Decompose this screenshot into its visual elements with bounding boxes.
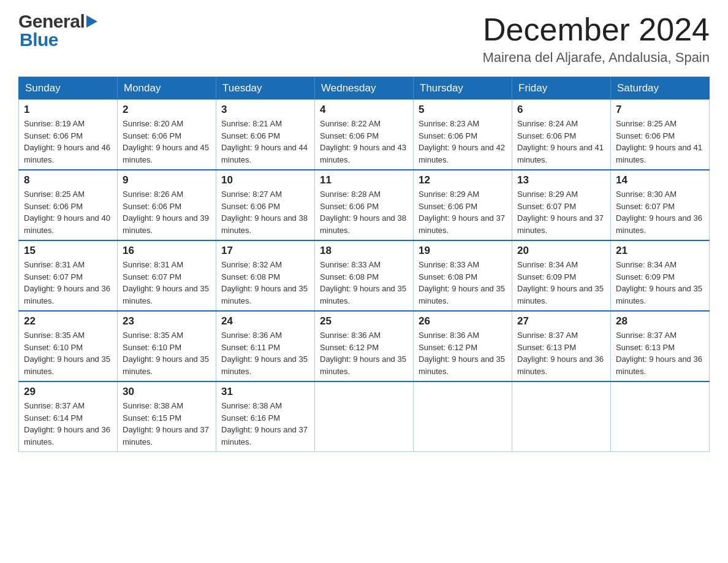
day-number: 11: [320, 174, 408, 186]
day-info: Sunrise: 8:29 AMSunset: 6:07 PMDaylight:…: [517, 190, 604, 235]
day-info: Sunrise: 8:25 AMSunset: 6:06 PMDaylight:…: [24, 190, 110, 235]
logo: General Blue: [18, 12, 97, 49]
calendar-cell: 16 Sunrise: 8:31 AMSunset: 6:07 PMDaylig…: [118, 240, 216, 311]
day-number: 4: [320, 104, 408, 116]
day-info: Sunrise: 8:31 AMSunset: 6:07 PMDaylight:…: [24, 260, 110, 305]
day-info: Sunrise: 8:37 AMSunset: 6:13 PMDaylight:…: [616, 331, 702, 376]
calendar-cell: 26 Sunrise: 8:36 AMSunset: 6:12 PMDaylig…: [414, 311, 512, 381]
day-info: Sunrise: 8:35 AMSunset: 6:10 PMDaylight:…: [123, 331, 209, 376]
day-info: Sunrise: 8:32 AMSunset: 6:08 PMDaylight:…: [221, 260, 308, 305]
calendar-cell: 24 Sunrise: 8:36 AMSunset: 6:11 PMDaylig…: [216, 311, 315, 381]
day-number: 14: [616, 174, 704, 186]
calendar-week-row: 15 Sunrise: 8:31 AMSunset: 6:07 PMDaylig…: [19, 240, 710, 311]
day-info: Sunrise: 8:37 AMSunset: 6:13 PMDaylight:…: [517, 331, 604, 376]
calendar-cell: 19 Sunrise: 8:33 AMSunset: 6:08 PMDaylig…: [414, 240, 512, 311]
day-info: Sunrise: 8:37 AMSunset: 6:14 PMDaylight:…: [24, 401, 110, 446]
calendar-cell: 27 Sunrise: 8:37 AMSunset: 6:13 PMDaylig…: [512, 311, 611, 381]
day-number: 21: [616, 245, 704, 257]
calendar-cell: 28 Sunrise: 8:37 AMSunset: 6:13 PMDaylig…: [611, 311, 710, 381]
calendar-cell: 22 Sunrise: 8:35 AMSunset: 6:10 PMDaylig…: [19, 311, 118, 381]
day-number: 20: [517, 245, 605, 257]
location-subtitle: Mairena del Aljarafe, Andalusia, Spain: [482, 50, 710, 66]
calendar-cell: 2 Sunrise: 8:20 AMSunset: 6:06 PMDayligh…: [118, 100, 216, 170]
calendar-cell: 10 Sunrise: 8:27 AMSunset: 6:06 PMDaylig…: [216, 170, 315, 240]
calendar-cell: [611, 381, 710, 452]
day-info: Sunrise: 8:36 AMSunset: 6:11 PMDaylight:…: [221, 331, 308, 376]
day-number: 27: [517, 315, 605, 327]
day-info: Sunrise: 8:24 AMSunset: 6:06 PMDaylight:…: [517, 119, 604, 164]
page-header: General Blue December 2024 Mairena del A…: [18, 12, 710, 66]
day-info: Sunrise: 8:33 AMSunset: 6:08 PMDaylight:…: [419, 260, 505, 305]
day-info: Sunrise: 8:35 AMSunset: 6:10 PMDaylight:…: [24, 331, 110, 376]
day-number: 18: [320, 245, 408, 257]
logo-blue: Blue: [20, 31, 58, 49]
calendar-cell: 31 Sunrise: 8:38 AMSunset: 6:16 PMDaylig…: [216, 381, 315, 452]
calendar-cell: 12 Sunrise: 8:29 AMSunset: 6:06 PMDaylig…: [414, 170, 512, 240]
day-number: 26: [419, 315, 507, 327]
day-info: Sunrise: 8:31 AMSunset: 6:07 PMDaylight:…: [123, 260, 209, 305]
calendar-cell: 25 Sunrise: 8:36 AMSunset: 6:12 PMDaylig…: [315, 311, 414, 381]
day-number: 23: [123, 315, 211, 327]
day-number: 22: [24, 315, 112, 327]
day-number: 6: [517, 104, 605, 116]
day-info: Sunrise: 8:21 AMSunset: 6:06 PMDaylight:…: [221, 119, 308, 164]
day-number: 8: [24, 174, 112, 186]
calendar-cell: 11 Sunrise: 8:28 AMSunset: 6:06 PMDaylig…: [315, 170, 414, 240]
day-number: 7: [616, 104, 704, 116]
calendar-cell: 20 Sunrise: 8:34 AMSunset: 6:09 PMDaylig…: [512, 240, 611, 311]
day-number: 10: [221, 174, 309, 186]
calendar-cell: 1 Sunrise: 8:19 AMSunset: 6:06 PMDayligh…: [19, 100, 118, 170]
day-info: Sunrise: 8:29 AMSunset: 6:06 PMDaylight:…: [419, 190, 505, 235]
calendar-cell: 23 Sunrise: 8:35 AMSunset: 6:10 PMDaylig…: [118, 311, 216, 381]
day-number: 15: [24, 245, 112, 257]
day-info: Sunrise: 8:38 AMSunset: 6:15 PMDaylight:…: [123, 401, 209, 446]
day-info: Sunrise: 8:20 AMSunset: 6:06 PMDaylight:…: [123, 119, 209, 164]
calendar-cell: 7 Sunrise: 8:25 AMSunset: 6:06 PMDayligh…: [611, 100, 710, 170]
day-info: Sunrise: 8:34 AMSunset: 6:09 PMDaylight:…: [517, 260, 604, 305]
weekday-header-tuesday: Tuesday: [216, 77, 315, 100]
logo-general: General: [18, 12, 97, 31]
day-info: Sunrise: 8:30 AMSunset: 6:07 PMDaylight:…: [616, 190, 702, 235]
weekday-header-thursday: Thursday: [414, 77, 512, 100]
calendar-cell: [315, 381, 414, 452]
day-number: 2: [123, 104, 211, 116]
month-title: December 2024: [482, 12, 710, 47]
weekday-header-friday: Friday: [512, 77, 611, 100]
day-info: Sunrise: 8:34 AMSunset: 6:09 PMDaylight:…: [616, 260, 702, 305]
calendar-table: SundayMondayTuesdayWednesdayThursdayFrid…: [18, 77, 710, 452]
calendar-cell: 30 Sunrise: 8:38 AMSunset: 6:15 PMDaylig…: [118, 381, 216, 452]
day-info: Sunrise: 8:33 AMSunset: 6:08 PMDaylight:…: [320, 260, 406, 305]
day-number: 1: [24, 104, 112, 116]
day-number: 28: [616, 315, 704, 327]
day-info: Sunrise: 8:36 AMSunset: 6:12 PMDaylight:…: [419, 331, 505, 376]
day-number: 29: [24, 386, 112, 398]
day-number: 16: [123, 245, 211, 257]
day-number: 30: [123, 386, 211, 398]
day-number: 12: [419, 174, 507, 186]
calendar-cell: 21 Sunrise: 8:34 AMSunset: 6:09 PMDaylig…: [611, 240, 710, 311]
calendar-cell: 6 Sunrise: 8:24 AMSunset: 6:06 PMDayligh…: [512, 100, 611, 170]
calendar-week-row: 22 Sunrise: 8:35 AMSunset: 6:10 PMDaylig…: [19, 311, 710, 381]
calendar-cell: 15 Sunrise: 8:31 AMSunset: 6:07 PMDaylig…: [19, 240, 118, 311]
weekday-header-row: SundayMondayTuesdayWednesdayThursdayFrid…: [19, 77, 710, 100]
day-number: 13: [517, 174, 605, 186]
calendar-cell: [414, 381, 512, 452]
day-info: Sunrise: 8:36 AMSunset: 6:12 PMDaylight:…: [320, 331, 406, 376]
weekday-header-saturday: Saturday: [611, 77, 710, 100]
day-info: Sunrise: 8:22 AMSunset: 6:06 PMDaylight:…: [320, 119, 406, 164]
day-number: 5: [419, 104, 507, 116]
weekday-header-sunday: Sunday: [19, 77, 118, 100]
day-info: Sunrise: 8:19 AMSunset: 6:06 PMDaylight:…: [24, 119, 110, 164]
day-number: 17: [221, 245, 309, 257]
calendar-week-row: 8 Sunrise: 8:25 AMSunset: 6:06 PMDayligh…: [19, 170, 710, 240]
weekday-header-monday: Monday: [118, 77, 216, 100]
calendar-cell: 14 Sunrise: 8:30 AMSunset: 6:07 PMDaylig…: [611, 170, 710, 240]
day-number: 9: [123, 174, 211, 186]
day-number: 3: [221, 104, 309, 116]
calendar-cell: 18 Sunrise: 8:33 AMSunset: 6:08 PMDaylig…: [315, 240, 414, 311]
day-info: Sunrise: 8:28 AMSunset: 6:06 PMDaylight:…: [320, 190, 406, 235]
day-number: 25: [320, 315, 408, 327]
day-number: 31: [221, 386, 309, 398]
calendar-cell: 9 Sunrise: 8:26 AMSunset: 6:06 PMDayligh…: [118, 170, 216, 240]
calendar-cell: 3 Sunrise: 8:21 AMSunset: 6:06 PMDayligh…: [216, 100, 315, 170]
